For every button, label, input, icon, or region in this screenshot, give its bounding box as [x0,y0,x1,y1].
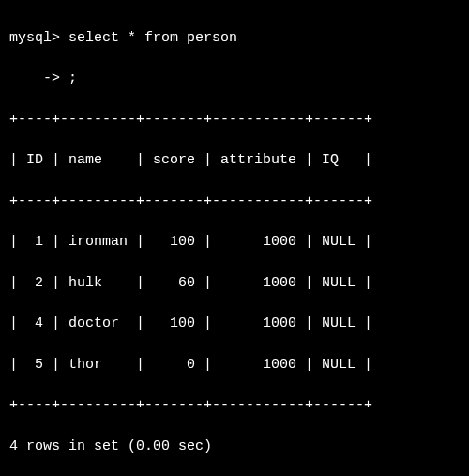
mysql-prompt: mysql> [9,30,60,46]
table-header: | ID | name | score | attribute | IQ | [9,150,460,171]
table-row: | 5 | thor | 0 | 1000 | NULL | [9,355,460,376]
sql-terminator: ; [68,70,77,86]
table-row: | 1 | ironman | 100 | 1000 | NULL | [9,232,460,253]
table-border: +----+---------+-------+-----------+----… [9,110,460,131]
table-border: +----+---------+-------+-----------+----… [9,192,460,212]
table-row: | 4 | doctor | 100 | 1000 | NULL | [9,314,460,334]
continuation-prompt: -> [9,70,60,86]
sql-statement: select * from person [68,30,237,46]
table-row: | 2 | hulk | 60 | 1000 | NULL | [9,273,460,294]
query-continuation-line: -> ; [9,69,460,89]
terminal-output: mysql> select * from person -> ; +----+-… [0,0,469,476]
query-prompt-line: mysql> select * from person [9,28,460,49]
table-border: +----+---------+-------+-----------+----… [9,395,460,416]
status-line: 4 rows in set (0.00 sec) [9,437,460,457]
